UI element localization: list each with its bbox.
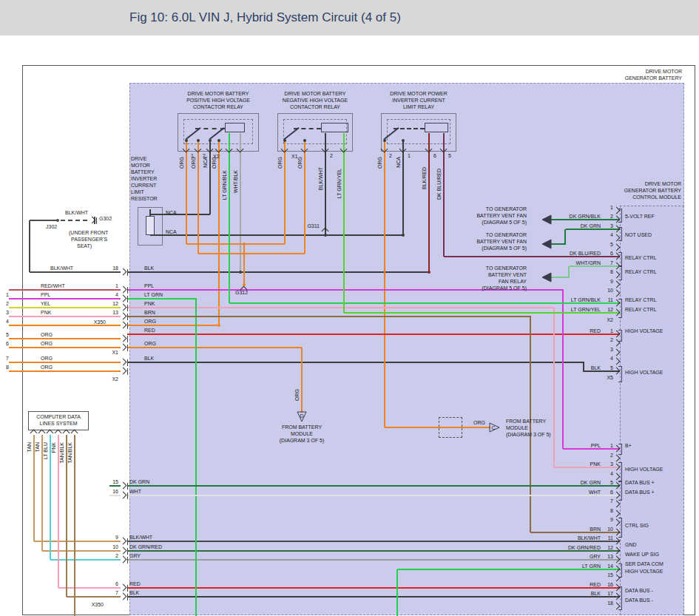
wire-blkw — [30, 271, 121, 273]
label-nca: NCA — [166, 210, 177, 215]
label-module: MODULE — [506, 425, 528, 430]
label-b: B+ — [625, 443, 632, 448]
pin-bracket — [618, 252, 622, 253]
diagram-canvas: Fig 10: 6.0L VIN J, Hybrid System Circui… — [0, 0, 699, 616]
pin-bracket — [618, 537, 622, 538]
label-wht-grn: WHT/GRN — [576, 260, 601, 265]
label-negative-high-voltage: NEGATIVE HIGH VOLTAGE — [283, 98, 348, 103]
pin-bar — [127, 585, 128, 592]
label-org: ORG — [144, 341, 156, 346]
label-battery-vent-fan: BATTERY VENT FAN — [476, 213, 527, 218]
junction-dot — [197, 139, 200, 142]
label-brn: BRN — [590, 527, 601, 532]
wire-ltblu — [50, 435, 51, 560]
label-dk-grn: DK GRN — [129, 479, 149, 484]
wire-ltgrn — [396, 569, 398, 616]
wire-tan — [34, 541, 121, 542]
label-contactor-relay: CONTACTOR RELAY — [193, 104, 243, 109]
wire-pnk — [553, 308, 555, 467]
label-x1: X1 — [291, 154, 298, 159]
label-red-wht: RED/WHT — [41, 283, 65, 288]
wire-ltgrnb — [229, 302, 620, 304]
label-red: RED — [590, 328, 601, 334]
wire-org — [9, 338, 121, 339]
label-lt-grn: LT GRN — [582, 563, 601, 569]
junction-dot — [324, 234, 327, 237]
label-pnk: PNK — [51, 442, 56, 453]
pin-bracket — [621, 586, 622, 609]
wire-ltgrn — [127, 298, 197, 299]
label-x350: X350 — [92, 602, 104, 607]
pin-bracket — [621, 330, 622, 341]
wire-dkgrnr — [127, 550, 620, 552]
label-blk: BLK — [129, 590, 139, 595]
pin-bracket — [621, 518, 622, 537]
label-relay-ctrl: RELAY CTRL — [625, 269, 657, 274]
pin-bar — [127, 594, 128, 600]
label-motor: MOTOR — [131, 163, 150, 168]
label-org: ORG — [377, 157, 382, 169]
pin-bracket — [618, 240, 622, 241]
label-tan: TAN — [35, 442, 40, 452]
pin-bar — [96, 217, 97, 224]
wire-redw — [9, 289, 121, 291]
wire-ltgrny — [343, 152, 345, 313]
pin-bracket — [621, 209, 622, 222]
pin-bracket — [618, 366, 622, 367]
label-ctrl-sig: CTRL SIG — [625, 523, 649, 528]
label-computer-data: COMPUTER DATA — [36, 414, 81, 419]
label-org: ORG — [144, 319, 156, 324]
pin-bracket — [618, 609, 622, 610]
label-j302: J302 — [46, 224, 57, 229]
label-6: 6 — [115, 581, 118, 586]
wire-org — [284, 152, 286, 244]
pin-bracket — [621, 444, 622, 454]
label-org: ORG — [41, 365, 53, 370]
label-blk-wht: BLK/WHT — [578, 535, 601, 541]
wire-blk — [127, 596, 620, 598]
label-lt-grn-yel: LT GRN/YEL — [571, 307, 601, 312]
junction-dot — [402, 139, 405, 142]
label-1: 1 — [6, 292, 9, 297]
label-data-bus: DATA BUS + — [625, 490, 655, 495]
label-diagram-5-of-5: (DIAGRAM 5 OF 5) — [482, 246, 527, 251]
label-org: ORG — [277, 157, 283, 169]
pin-bar — [127, 287, 128, 294]
wire-org — [186, 152, 187, 244]
wire-tanb — [74, 435, 75, 616]
pin-bar — [127, 483, 128, 490]
label-9: 9 — [115, 535, 118, 540]
pin-bar — [127, 557, 128, 563]
label-org: ORG — [41, 356, 53, 361]
pin-bracket — [618, 299, 622, 299]
label-wht: WHT — [129, 489, 141, 494]
pin-bracket — [618, 518, 622, 518]
label-resistor: RESISTOR — [131, 196, 158, 201]
label-x350: X350 — [94, 319, 106, 325]
wire-dkgrn — [127, 485, 620, 487]
label-relay-ctrl: RELAY CTRL — [625, 307, 657, 312]
wire-org — [218, 152, 220, 325]
pin-bracket — [618, 563, 622, 564]
wire-org — [198, 253, 305, 254]
pin-bracket — [621, 563, 622, 577]
junction-dot — [402, 234, 405, 237]
label-limit-relay: LIMIT RELAY — [403, 104, 434, 109]
label-pnk: PNK — [144, 301, 155, 306]
wire-org — [243, 244, 245, 286]
label-contactor-relay: CONTACTOR RELAY — [290, 104, 340, 109]
pin-bar — [127, 368, 128, 375]
pin-bar — [127, 538, 128, 545]
label-data-bus: DATA BUS - — [625, 588, 653, 593]
wire-blk — [150, 234, 403, 236]
pin-bracket — [618, 481, 622, 482]
label-generator-battery: GENERATOR BATTERY — [624, 188, 681, 193]
pin-bracket — [618, 341, 622, 342]
label-blk: BLK — [591, 365, 601, 370]
label-5: 5 — [6, 332, 9, 337]
pin-bracket — [621, 366, 622, 382]
label-8: 8 — [6, 365, 9, 370]
label-7: 7 — [115, 590, 118, 595]
label-dk-blu-red: DK BLU/RED — [570, 251, 601, 256]
wire-dkgrn — [551, 243, 566, 245]
